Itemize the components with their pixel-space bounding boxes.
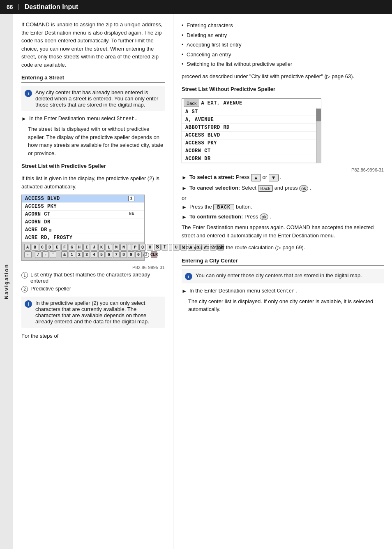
kbd-R[interactable]: R xyxy=(147,244,153,251)
kbd-badge-2: 2 xyxy=(143,252,149,258)
scrollbar[interactable] xyxy=(316,108,321,163)
back-hw-button[interactable]: BACK xyxy=(213,204,234,210)
speller-item-2: ACCESS PKY xyxy=(22,203,144,211)
kbd-7[interactable]: 7 xyxy=(113,251,120,258)
kbd-T[interactable]: T xyxy=(161,244,168,251)
kbd-A[interactable]: A xyxy=(24,244,31,251)
for-steps-of: For the steps of xyxy=(21,332,165,340)
predictive-heading: Street List with Predictive Speller xyxy=(21,163,165,171)
kbd-numbers-row: ← / - ' & 1 2 3 4 5 6 7 8 xyxy=(24,251,142,258)
kbd-apostrophe[interactable]: ' xyxy=(50,251,56,258)
kbd-2[interactable]: 2 xyxy=(76,251,83,258)
back-button-text: Press the BACK button. xyxy=(189,204,252,210)
kbd-B[interactable]: B xyxy=(32,244,38,251)
circle-num-1: 1 xyxy=(21,272,28,278)
kbd-6[interactable]: 6 xyxy=(106,251,112,258)
page-title: Destination Input xyxy=(25,3,78,11)
kbd-Q[interactable]: Q xyxy=(139,244,146,251)
arrow-select-icon: ► xyxy=(182,174,187,181)
sidebar-label: Navigation xyxy=(3,264,9,299)
kbd-D[interactable]: D xyxy=(46,244,53,251)
kbd-amp[interactable]: & xyxy=(61,251,68,258)
entering-street-heading: Entering a Street xyxy=(21,74,165,83)
kbd-space[interactable] xyxy=(128,244,131,251)
circle-num-2: 2 xyxy=(21,286,28,292)
kbd-N[interactable]: N xyxy=(120,244,127,251)
kbd-G[interactable]: G xyxy=(69,244,75,251)
speller-item-6: ACRE RD, FROSTY xyxy=(22,234,144,242)
slist-item-3: ABBOTTSFORD RD xyxy=(182,124,321,132)
bullet-item-3: Accepting first list entry xyxy=(182,40,384,50)
right-column: Entering characters Deleting an entry Ac… xyxy=(173,14,392,549)
scrollbar-icon: ▤ xyxy=(49,227,52,232)
cancel-item: ► To cancel selection: Select Back and p… xyxy=(182,185,384,192)
slist-body: A ST A, AVENUE ABBOTTSFORD RD ACCESS BLV… xyxy=(182,108,321,163)
kbd-5[interactable]: 5 xyxy=(98,251,105,258)
kbd-3[interactable]: 3 xyxy=(83,251,90,258)
speller-keyboard: A B C D E F G H I J K L M N xyxy=(22,242,144,260)
slist-header: Back A EXT, AVENUE xyxy=(182,99,321,108)
arrow-confirm-icon: ► xyxy=(182,214,187,220)
kbd-4[interactable]: 4 xyxy=(91,251,97,258)
street-code: Street. xyxy=(117,116,137,122)
kbd-1[interactable]: 1 xyxy=(69,251,75,258)
bullet-item-2: Deleting an entry xyxy=(182,30,384,40)
speller-badge-1: 1 xyxy=(128,196,134,201)
result-paragraph: The Enter Destination menu appears again… xyxy=(182,223,384,239)
kbd-clr[interactable]: CLR xyxy=(151,251,157,258)
street-list-caption: P82.86-9996-31 xyxy=(182,167,384,172)
kbd-9[interactable]: 9 xyxy=(128,251,134,258)
kbd-L[interactable]: L xyxy=(106,244,112,251)
arrow-cancel-icon: ► xyxy=(182,185,187,191)
page-number: 66 xyxy=(7,4,13,10)
kbd-F[interactable]: F xyxy=(61,244,68,251)
kbd-space2[interactable] xyxy=(169,244,172,251)
ok-btn-cancel[interactable]: ok xyxy=(299,185,308,192)
kbd-0[interactable]: 0 xyxy=(135,251,142,258)
speller-image-caption: P82.86-9995-31 xyxy=(21,265,165,270)
numbered-item-1: 1 List entry that best matches the chara… xyxy=(21,272,165,284)
up-button[interactable]: ▲ xyxy=(251,174,261,181)
kbd-letters-row: A B C D E F G H I J K L M N xyxy=(24,244,142,251)
select-street-label: To select a street: xyxy=(189,174,235,180)
predictive-intro: If this list is given in the display, th… xyxy=(21,174,165,190)
speller-item-3: ACORN CT NE xyxy=(22,211,144,218)
speller-item-1: ACCESS BLVD 1 xyxy=(22,195,144,203)
arrow-back-icon: ► xyxy=(182,204,187,210)
info-icon-2: i xyxy=(25,300,32,308)
route-paragraph: Now you can start the route calculation … xyxy=(182,244,384,252)
kbd-dash[interactable]: - xyxy=(42,251,49,258)
slist-back-button[interactable]: Back xyxy=(184,100,199,107)
kbd-J[interactable]: J xyxy=(91,244,97,251)
numbered-item-1-text: List entry that best matches the charact… xyxy=(30,272,165,284)
info-icon-city: i xyxy=(185,273,192,280)
kbd-I[interactable]: I xyxy=(83,244,90,251)
no-speller-heading: Street List Without Predictive Speller xyxy=(182,86,384,94)
kbd-P[interactable]: P xyxy=(132,244,138,251)
down-button[interactable]: ▼ xyxy=(269,174,279,181)
arrow-city-icon: ► xyxy=(182,288,187,294)
kbd-M[interactable]: M xyxy=(113,244,120,251)
numbered-item-2: 2 Predictive speller xyxy=(21,285,165,292)
kbd-8[interactable]: 8 xyxy=(120,251,127,258)
kbd-slash[interactable]: / xyxy=(35,251,42,258)
kbd-K[interactable]: K xyxy=(98,244,105,251)
confirm-item: ► To confirm selection: Press ok . xyxy=(182,214,384,220)
select-street-text: To select a street: Press ▲ or ▼ . xyxy=(189,174,281,181)
back-btn-inline[interactable]: Back xyxy=(258,185,273,192)
cancel-text: To cancel selection: Select Back and pre… xyxy=(189,185,311,192)
kbd-E[interactable]: E xyxy=(54,244,60,251)
bullet-item-4: Canceling an entry xyxy=(182,50,384,60)
arrow-item-1: ► In the Enter Destination menu select S… xyxy=(21,115,165,122)
kbd-H[interactable]: H xyxy=(76,244,83,251)
bullet-list: Entering characters Deleting an entry Ac… xyxy=(182,21,384,69)
header-divider: | xyxy=(18,3,20,11)
kbd-S[interactable]: S xyxy=(154,244,161,251)
street-list-plain: Back A EXT, AVENUE A ST A, AVENUE ABBOTT… xyxy=(182,98,321,163)
kbd-C[interactable]: C xyxy=(39,244,46,251)
ok-btn-confirm[interactable]: ok xyxy=(260,214,269,220)
kbd-back-arrow[interactable]: ← xyxy=(24,251,32,258)
city-center-info-block: i You can only enter those city centers … xyxy=(182,269,384,283)
center-code: Center. xyxy=(277,288,297,294)
city-center-arrow-item: ► In the Enter Destination menu select C… xyxy=(182,288,384,294)
